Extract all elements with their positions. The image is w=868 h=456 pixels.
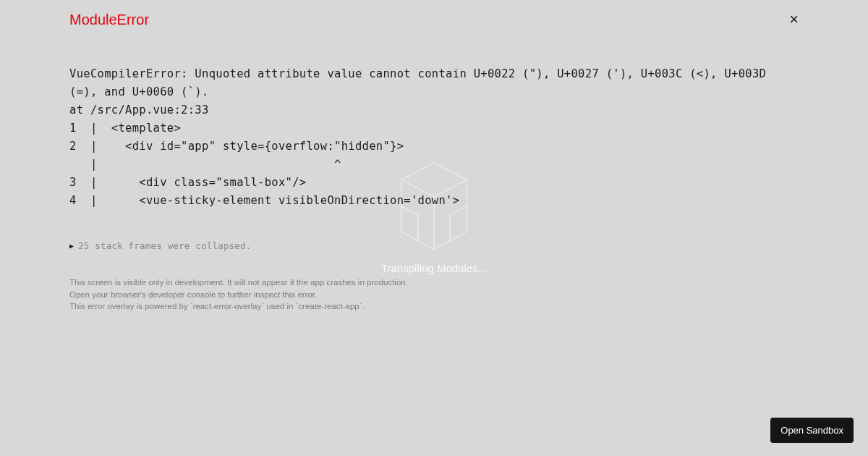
caret-line: | ^ (69, 158, 341, 171)
code-line: 4 | <vue-sticky-element visibleOnDirecti… (69, 194, 459, 207)
footer-notes: This screen is visible only in developme… (69, 276, 799, 313)
open-sandbox-button[interactable]: Open Sandbox (770, 418, 854, 443)
stack-frames-toggle[interactable]: ▶ 25 stack frames were collapsed. (69, 240, 799, 251)
footer-line: This error overlay is powered by `react-… (69, 300, 799, 313)
error-overlay: ModuleError × VueCompilerError: Unquoted… (0, 0, 868, 456)
code-line: 3 | <div class="small-box"/> (69, 176, 306, 189)
error-message-line: (=), and U+0060 (`). (69, 85, 209, 98)
footer-line: Open your browser's developer console to… (69, 289, 799, 301)
error-header: ModuleError × (69, 10, 799, 29)
stack-frames-label: 25 stack frames were collapsed. (78, 240, 252, 251)
error-title: ModuleError (69, 12, 149, 28)
code-line: 2 | <div id="app" style={overflow:"hidde… (69, 140, 404, 153)
open-sandbox-label: Open Sandbox (780, 425, 843, 436)
code-line: 1 | <template> (69, 122, 181, 135)
error-message-line: VueCompilerError: Unquoted attribute val… (69, 67, 766, 80)
error-location: at /src/App.vue:2:33 (69, 104, 209, 117)
footer-line: This screen is visible only in developme… (69, 276, 799, 289)
error-message-block: VueCompilerError: Unquoted attribute val… (69, 65, 799, 210)
expand-triangle-icon: ▶ (69, 242, 74, 250)
close-icon: × (789, 10, 799, 28)
close-button[interactable]: × (789, 10, 799, 29)
